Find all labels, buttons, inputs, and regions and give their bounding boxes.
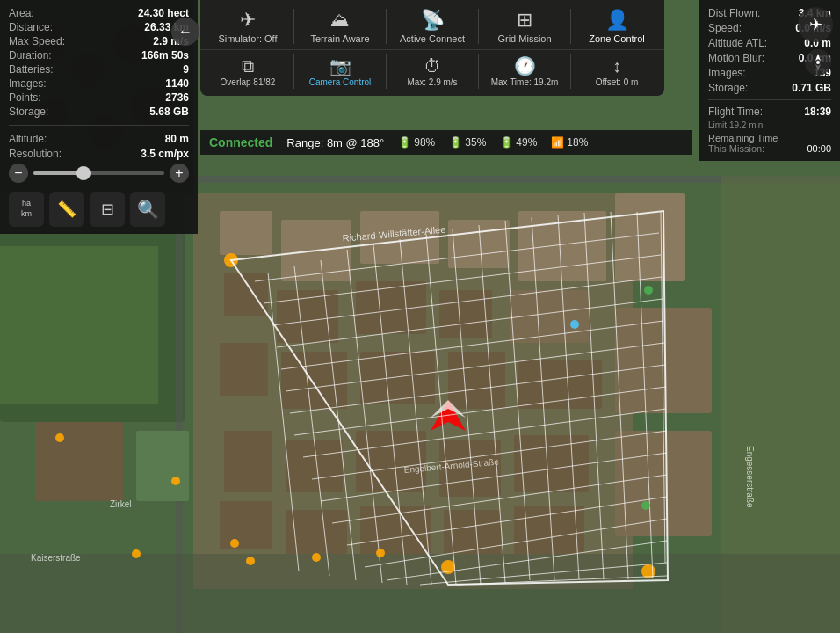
svg-rect-22	[615, 308, 712, 413]
max-speed-row: Max Speed: 2.9 m/s	[9, 35, 189, 47]
slider-fill	[33, 171, 79, 175]
back-button[interactable]: ←	[171, 18, 199, 46]
simulator-icon: ✈	[240, 9, 256, 32]
left-panel: Area: 24.30 hect Distance: 26.33 km Max …	[0, 0, 198, 234]
altitude-atl-label: Altitude ATL:	[708, 37, 767, 49]
remaining-time-sub: This Mission: 00:00	[708, 143, 831, 154]
battery2-icon: 🔋	[449, 136, 462, 149]
images-value: 1140	[165, 77, 189, 90]
maxspeed-icon: ⏱	[424, 56, 441, 76]
right-storage-label: Storage:	[708, 82, 748, 94]
svg-rect-11	[615, 193, 685, 281]
svg-rect-32	[220, 501, 272, 549]
svg-rect-34	[360, 506, 431, 554]
offset-button[interactable]: ↕ Offset: 0 m	[573, 53, 661, 91]
zone-label: Zone Control	[589, 33, 645, 44]
slider-thumb[interactable]	[76, 166, 91, 180]
toolbar: ✈ Simulator: Off ⛰ Terrain Aware 📡 Activ…	[200, 0, 664, 96]
slider-track[interactable]	[33, 171, 164, 175]
altitude-slider[interactable]: − +	[9, 164, 189, 183]
batteries-value: 9	[183, 63, 189, 76]
divider-7	[478, 54, 479, 89]
storage-row: Storage: 5.68 GB	[9, 106, 189, 118]
storage-label: Storage:	[9, 106, 48, 118]
terrain-button[interactable]: ⛰ Terrain Aware	[296, 5, 384, 47]
layers-tool-button[interactable]: ⊟	[90, 192, 125, 227]
simulator-button[interactable]: ✈ Simulator: Off	[204, 5, 292, 47]
svg-point-47	[641, 564, 655, 578]
svg-rect-33	[286, 510, 347, 554]
signal-icon: 📶	[551, 136, 564, 149]
battery3-status: 🔋 49%	[500, 136, 537, 149]
status-bar: Connected Range: 8m @ 188° 🔋 98% 🔋 35% 🔋…	[200, 130, 692, 155]
maxspeed-button[interactable]: ⏱ Max: 2.9 m/s	[388, 53, 476, 91]
connected-status: Connected	[209, 135, 272, 149]
svg-rect-8	[360, 211, 439, 264]
camera-icon: 📷	[329, 55, 351, 76]
svg-rect-19	[360, 352, 435, 404]
maxtime-icon: 🕐	[514, 55, 536, 76]
divider-8	[570, 54, 571, 89]
area-label: Area:	[9, 7, 34, 19]
svg-rect-2	[0, 246, 158, 404]
area-row: Area: 24.30 hect	[9, 7, 189, 19]
svg-rect-16	[510, 290, 589, 343]
altitude-section: Altitude: 80 m Resolution: 3.5 cm/px − +	[9, 125, 189, 183]
altitude-label: Altitude:	[9, 133, 47, 145]
connect-button[interactable]: 📡 Active Connect	[388, 5, 476, 47]
slider-minus-button[interactable]: −	[9, 164, 28, 183]
north-indicator[interactable]	[805, 49, 831, 76]
resolution-value: 3.5 cm/px	[141, 148, 189, 160]
overlap-button[interactable]: ⧉ Overlap 81/82	[204, 53, 292, 91]
overlap-label: Overlap 81/82	[221, 77, 276, 87]
distance-row: Distance: 26.33 km	[9, 21, 189, 33]
images-row: Images: 1140	[9, 77, 189, 90]
svg-rect-31	[514, 435, 589, 492]
area-tool-button[interactable]: hakm	[9, 192, 44, 227]
mission-label: This Mission:	[708, 143, 764, 154]
terrain-label: Terrain Aware	[310, 33, 369, 44]
svg-rect-28	[286, 440, 343, 492]
ruler-tool-button[interactable]: 📏	[49, 192, 84, 227]
points-label: Points:	[9, 91, 41, 104]
svg-rect-20	[448, 352, 505, 409]
divider-3	[478, 9, 479, 44]
flight-limit-row: Limit 19.2 min	[708, 120, 831, 130]
svg-rect-37	[0, 554, 840, 633]
divider-6	[386, 54, 387, 89]
svg-rect-36	[514, 506, 584, 554]
slider-plus-button[interactable]: +	[170, 164, 189, 183]
flight-time-label: Flight Time:	[708, 106, 763, 118]
zone-icon: 👤	[605, 9, 629, 32]
toolbar-row2: ⧉ Overlap 81/82 📷 Camera Control ⏱ Max: …	[200, 49, 664, 96]
right-storage-value: 0.71 GB	[792, 82, 831, 94]
svg-point-45	[224, 253, 238, 267]
offset-icon: ↕	[612, 56, 621, 76]
svg-rect-18	[281, 352, 347, 409]
camera-button[interactable]: 📷 Camera Control	[296, 52, 384, 91]
zone-button[interactable]: 👤 Zone Control	[573, 5, 661, 47]
battery1-icon: 🔋	[398, 136, 411, 149]
svg-rect-29	[356, 431, 426, 492]
svg-rect-6	[220, 211, 272, 255]
flight-limit-value: Limit 19.2 min	[708, 120, 763, 130]
search-button[interactable]: 🔍	[130, 192, 165, 227]
maxtime-button[interactable]: 🕐 Max Time: 19.2m	[481, 52, 568, 91]
grid-button[interactable]: ⊞ Grid Mission	[481, 5, 568, 47]
connect-label: Active Connect	[400, 33, 465, 44]
flight-time-section: Flight Time: 18:39 Limit 19.2 min Remain…	[708, 99, 831, 154]
terrain-icon: ⛰	[330, 9, 350, 32]
svg-marker-99	[815, 54, 821, 61]
right-images-label: Images:	[708, 67, 746, 79]
svg-rect-9	[448, 220, 510, 268]
points-value: 2736	[165, 91, 189, 104]
connect-icon: 📡	[421, 9, 445, 32]
divider-2	[386, 9, 387, 44]
duration-row: Duration: 166m 50s	[9, 49, 189, 62]
offset-label: Offset: 0 m	[596, 77, 639, 87]
compass[interactable]: ✈	[798, 7, 833, 42]
resolution-label: Resolution:	[9, 148, 62, 160]
distance-label: Distance:	[9, 21, 53, 33]
svg-rect-23	[615, 431, 712, 536]
duration-label: Duration:	[9, 49, 52, 62]
